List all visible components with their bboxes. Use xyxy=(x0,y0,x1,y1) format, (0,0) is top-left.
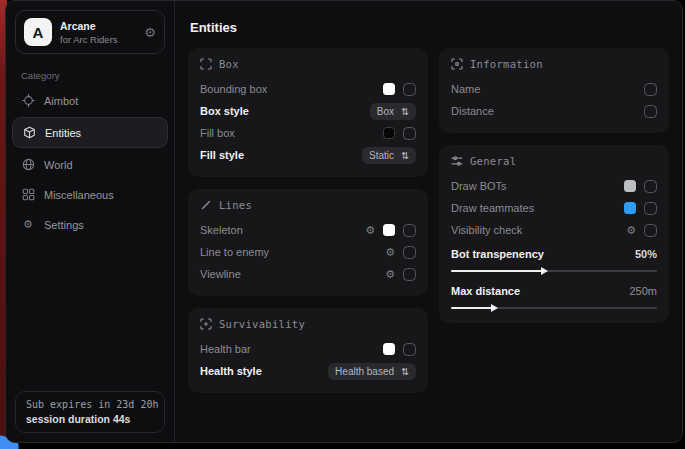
app-logo: A xyxy=(24,18,52,46)
setting-row-draw-teammates: Draw teammates xyxy=(451,197,657,219)
category-label: Category xyxy=(21,70,174,81)
arcane-menu-window: A Arcane for Arc Riders ⚙ Category Aimbo… xyxy=(5,0,683,443)
sidebar-item-settings[interactable]: ⚙ Settings xyxy=(6,210,174,239)
updown-arrows-icon: ⇅ xyxy=(401,106,409,117)
logo-card: A Arcane for Arc Riders ⚙ xyxy=(15,10,165,54)
checkbox[interactable] xyxy=(403,268,416,281)
lines-card: Lines Skeleton ⚙ Line to enemy ⚙ xyxy=(188,189,428,296)
gear-icon[interactable]: ⚙ xyxy=(365,224,375,237)
setting-label: Bot transpenency xyxy=(451,248,544,260)
sidebar: A Arcane for Arc Riders ⚙ Category Aimbo… xyxy=(6,1,175,442)
app-subtitle: for Arc Riders xyxy=(60,34,118,45)
scan-plus-icon xyxy=(200,318,212,330)
color-swatch[interactable] xyxy=(383,224,395,236)
setting-row-visibility-check: Visibility check ⚙ xyxy=(451,219,657,241)
checkbox[interactable] xyxy=(403,246,416,259)
gear-icon[interactable]: ⚙ xyxy=(626,224,636,237)
checkbox[interactable] xyxy=(644,224,657,237)
dropdown-fill-style[interactable]: Static ⇅ xyxy=(362,147,416,164)
setting-row-health-bar: Health bar xyxy=(200,338,416,360)
checkbox[interactable] xyxy=(403,127,416,140)
checkbox[interactable] xyxy=(644,202,657,215)
sidebar-item-label: World xyxy=(44,159,73,171)
sidebar-item-label: Entities xyxy=(45,127,81,139)
color-swatch[interactable] xyxy=(624,180,636,192)
scan-box-icon xyxy=(200,58,212,70)
slider-value: 250m xyxy=(629,285,657,297)
color-swatch[interactable] xyxy=(383,83,395,95)
bot-transparency-slider[interactable] xyxy=(451,270,657,272)
sidebar-item-label: Miscellaneous xyxy=(44,189,114,201)
color-swatch[interactable] xyxy=(624,202,636,214)
page-title: Entities xyxy=(190,20,669,35)
setting-label: Name xyxy=(451,83,480,95)
general-card: General Draw BOTs Draw teammates xyxy=(439,145,669,323)
checkbox[interactable] xyxy=(403,83,416,96)
setting-label: Skeleton xyxy=(200,224,243,236)
sidebar-item-world[interactable]: World xyxy=(6,150,174,179)
crosshair-icon xyxy=(21,94,35,107)
setting-row-draw-bots: Draw BOTs xyxy=(451,175,657,197)
setting-label: Health style xyxy=(200,365,262,377)
color-swatch[interactable] xyxy=(383,343,395,355)
subscription-card: Sub expires in 23d 20h session duration … xyxy=(15,391,165,433)
card-title: General xyxy=(470,155,516,167)
scan-info-icon xyxy=(451,58,463,70)
setting-row-health-style: Health style Health based ⇅ xyxy=(200,360,416,382)
setting-row-max-distance: Max distance 250m xyxy=(451,281,657,300)
max-distance-slider[interactable] xyxy=(451,307,657,309)
setting-label: Draw BOTs xyxy=(451,180,507,192)
setting-row-name: Name xyxy=(451,78,657,100)
sidebar-item-aimbot[interactable]: Aimbot xyxy=(6,86,174,115)
checkbox[interactable] xyxy=(644,83,657,96)
card-header: Information xyxy=(451,58,657,70)
survivability-card: Survivability Health bar Health style xyxy=(188,308,428,393)
checkbox[interactable] xyxy=(403,224,416,237)
gear-icon[interactable]: ⚙ xyxy=(144,25,156,40)
card-title: Lines xyxy=(219,199,252,211)
sidebar-item-miscellaneous[interactable]: Miscellaneous xyxy=(6,180,174,209)
setting-label: Draw teammates xyxy=(451,202,534,214)
setting-label: Fill box xyxy=(200,127,235,139)
gear-icon[interactable]: ⚙ xyxy=(385,268,395,281)
slider-fill xyxy=(451,307,494,309)
main-panel: Entities Box Bounding box xyxy=(175,1,682,442)
card-header: Box xyxy=(200,58,416,70)
checkbox[interactable] xyxy=(403,343,416,356)
setting-label: Box style xyxy=(200,105,249,117)
slider-value: 50% xyxy=(635,248,657,260)
sidebar-menu: Aimbot Entities World xyxy=(6,86,174,239)
dropdown-value: Health based xyxy=(335,366,394,377)
color-swatch[interactable] xyxy=(383,127,395,139)
dropdown-value: Static xyxy=(369,150,394,161)
box-card: Box Bounding box Box style Box xyxy=(188,48,428,177)
dropdown-health-style[interactable]: Health based ⇅ xyxy=(328,363,416,380)
setting-label: Bounding box xyxy=(200,83,267,95)
app-title: Arcane xyxy=(60,20,118,32)
dropdown-value: Box xyxy=(377,106,394,117)
setting-label: Distance xyxy=(451,105,494,117)
setting-label: Health bar xyxy=(200,343,251,355)
setting-row-viewline: Viewline ⚙ xyxy=(200,263,416,285)
checkbox[interactable] xyxy=(644,105,657,118)
sub-expiry-text: Sub expires in 23d 20h xyxy=(26,399,154,410)
setting-row-skeleton: Skeleton ⚙ xyxy=(200,219,416,241)
dropdown-box-style[interactable]: Box ⇅ xyxy=(370,103,416,120)
grid-icon xyxy=(21,188,35,201)
slider-handle[interactable] xyxy=(541,267,548,275)
gear-icon[interactable]: ⚙ xyxy=(385,246,395,259)
updown-arrows-icon: ⇅ xyxy=(401,366,409,377)
setting-label: Line to enemy xyxy=(200,246,269,258)
setting-row-bounding-box: Bounding box xyxy=(200,78,416,100)
gear-icon: ⚙ xyxy=(21,218,35,231)
sidebar-item-label: Aimbot xyxy=(44,95,78,107)
logo-text: Arcane for Arc Riders xyxy=(60,20,118,45)
layout-icon xyxy=(451,155,463,167)
card-title: Survivability xyxy=(219,318,305,330)
checkbox[interactable] xyxy=(644,180,657,193)
sidebar-item-entities[interactable]: Entities xyxy=(12,117,168,148)
setting-row-line-to-enemy: Line to enemy ⚙ xyxy=(200,241,416,263)
setting-label: Fill style xyxy=(200,149,244,161)
setting-row-distance: Distance xyxy=(451,100,657,122)
slider-handle[interactable] xyxy=(491,304,498,312)
